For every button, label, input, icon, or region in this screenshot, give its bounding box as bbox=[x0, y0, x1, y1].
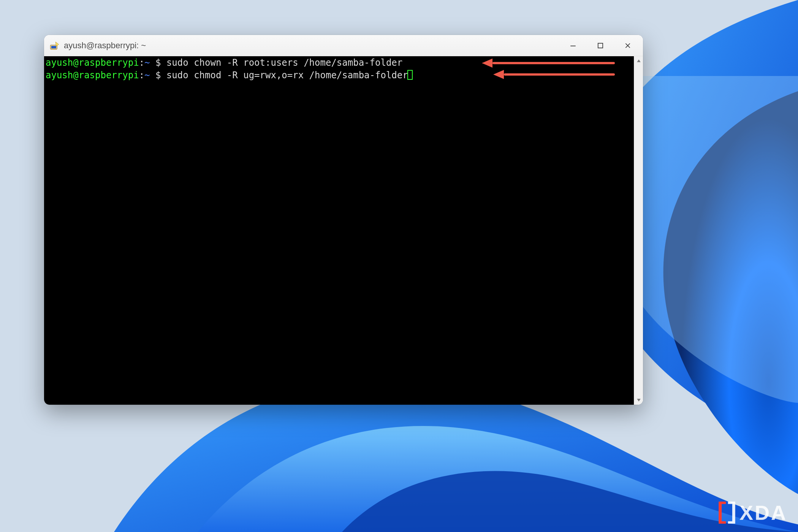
cursor bbox=[407, 70, 413, 80]
svg-rect-3 bbox=[51, 49, 57, 49]
terminal-line: ayush@raspberrypi:~ $ sudo chown -R root… bbox=[46, 57, 632, 68]
minimize-button[interactable] bbox=[559, 35, 587, 56]
terminal-line: ayush@raspberrypi:~ $ sudo chmod -R ug=r… bbox=[46, 68, 632, 81]
scrollbar[interactable] bbox=[634, 56, 643, 405]
maximize-button[interactable] bbox=[587, 35, 614, 56]
putty-icon bbox=[49, 41, 59, 51]
watermark-text: XDA bbox=[739, 501, 787, 524]
scroll-up-icon[interactable] bbox=[634, 56, 643, 65]
window-title: ayush@raspberrypi: ~ bbox=[64, 41, 559, 51]
close-button[interactable] bbox=[614, 35, 641, 56]
xda-bracket-icon bbox=[718, 502, 736, 524]
svg-rect-5 bbox=[598, 43, 603, 48]
svg-rect-4 bbox=[570, 46, 576, 46]
xda-watermark: XDA bbox=[718, 501, 787, 524]
putty-window: ayush@raspberrypi: ~ ayush@raspberrypi:~… bbox=[44, 35, 643, 405]
titlebar[interactable]: ayush@raspberrypi: ~ bbox=[44, 35, 643, 56]
svg-rect-2 bbox=[51, 46, 56, 48]
terminal-pane[interactable]: ayush@raspberrypi:~ $ sudo chown -R root… bbox=[44, 56, 634, 405]
